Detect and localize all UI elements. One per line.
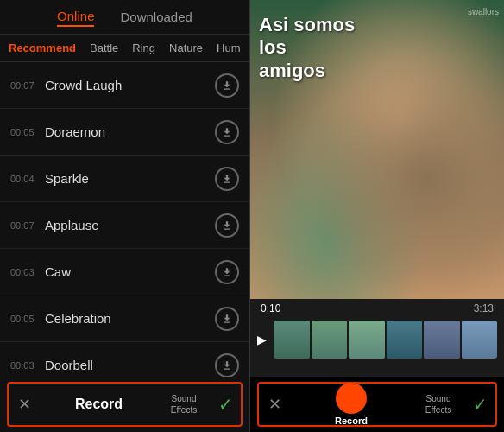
- timeline-thumbnails[interactable]: [274, 321, 497, 359]
- sound-name: Doorbell: [45, 358, 215, 372]
- list-item[interactable]: 00:03 Doorbell: [0, 342, 249, 377]
- download-icon: [221, 266, 233, 278]
- check-button-left[interactable]: ✓: [210, 394, 241, 415]
- download-icon: [221, 173, 233, 185]
- sound-name: Celebration: [45, 311, 215, 326]
- download-icon: [221, 219, 233, 232]
- download-button[interactable]: [215, 73, 239, 98]
- sound-duration: 00:05: [10, 127, 38, 137]
- record-button-right[interactable]: Record: [290, 383, 413, 426]
- timeline-header: 0:10 3:13: [250, 299, 504, 318]
- list-item[interactable]: 00:03 Caw: [0, 249, 249, 295]
- record-label-right: Record: [335, 416, 368, 426]
- sound-name: Caw: [45, 264, 215, 279]
- tabs-container: Online Downloaded: [0, 0, 249, 35]
- thumbnail-3: [349, 321, 385, 359]
- sound-name: Sparkle: [45, 171, 215, 186]
- thumbnail-5: [424, 321, 460, 359]
- thumbnail-1: [274, 321, 310, 359]
- left-panel: Online Downloaded Recommend Battle Ring …: [0, 0, 250, 432]
- sound-effects-button-right[interactable]: Sound Effects: [413, 393, 464, 416]
- category-recommend[interactable]: Recommend: [9, 41, 76, 54]
- sound-duration: 00:05: [10, 314, 38, 324]
- sound-effects-right-line2: Effects: [425, 404, 451, 416]
- download-button[interactable]: [215, 120, 239, 144]
- video-watermark: swallors: [468, 7, 499, 16]
- category-bar: Recommend Battle Ring Nature Hum: [0, 35, 249, 62]
- record-button-left[interactable]: Record: [40, 397, 158, 412]
- video-overlay-text: Asi somoslosamigos: [259, 14, 355, 82]
- category-battle[interactable]: Battle: [90, 41, 118, 54]
- sound-effects-line1: Sound: [172, 393, 197, 404]
- thumbnail-2: [312, 321, 348, 359]
- thumbnail-6: [462, 321, 498, 359]
- close-button-left[interactable]: ✕: [9, 395, 40, 414]
- list-item[interactable]: 00:07 Applause: [0, 202, 249, 249]
- record-circle: [336, 383, 367, 414]
- current-time: 0:10: [261, 302, 280, 314]
- download-button[interactable]: [215, 167, 239, 191]
- download-button[interactable]: [215, 307, 239, 331]
- sound-duration: 00:03: [10, 360, 38, 371]
- sound-name: Applause: [45, 218, 215, 232]
- close-button-right[interactable]: ✕: [259, 395, 290, 414]
- sound-name: Doraemon: [45, 124, 215, 139]
- category-nature[interactable]: Nature: [169, 41, 203, 54]
- sound-duration: 00:03: [10, 267, 38, 277]
- check-button-right[interactable]: ✓: [464, 394, 495, 415]
- list-item[interactable]: 00:07 Crowd Laugh: [0, 62, 249, 109]
- tab-downloaded[interactable]: Downloaded: [120, 10, 192, 26]
- timeline-area: 0:10 3:13 ▶: [250, 299, 504, 377]
- right-panel: Asi somoslosamigos swallors 0:10 3:13 ▶ …: [250, 0, 504, 432]
- sound-list: 00:07 Crowd Laugh 00:05 Doraemon 00:04 S…: [0, 62, 249, 377]
- download-icon: [221, 313, 233, 325]
- sound-duration: 00:07: [10, 220, 38, 231]
- sound-duration: 00:04: [10, 174, 38, 184]
- sound-duration: 00:07: [10, 80, 38, 91]
- bottom-bar-right: ✕ Record Sound Effects ✓: [257, 382, 497, 427]
- sound-name: Crowd Laugh: [45, 78, 215, 92]
- play-button[interactable]: ▶: [257, 333, 267, 346]
- list-item[interactable]: 00:05 Doraemon: [0, 109, 249, 156]
- download-icon: [221, 126, 233, 138]
- download-icon: [221, 79, 233, 92]
- sound-effects-line2: Effects: [171, 404, 197, 416]
- list-item[interactable]: 00:05 Celebration: [0, 295, 249, 342]
- thumbnail-4: [387, 321, 423, 359]
- tab-online[interactable]: Online: [57, 9, 94, 27]
- total-time: 3:13: [474, 302, 494, 314]
- video-area: Asi somoslosamigos swallors: [250, 0, 504, 299]
- download-button[interactable]: [215, 353, 239, 378]
- download-button[interactable]: [215, 213, 239, 238]
- download-icon: [221, 359, 233, 372]
- sound-effects-button-left[interactable]: Sound Effects: [158, 393, 210, 416]
- category-ring[interactable]: Ring: [132, 41, 155, 54]
- list-item[interactable]: 00:04 Sparkle: [0, 156, 249, 202]
- category-hum[interactable]: Hum: [217, 41, 240, 54]
- sound-effects-right-line1: Sound: [426, 393, 451, 404]
- bottom-bar-left: ✕ Record Sound Effects ✓: [7, 382, 243, 427]
- download-button[interactable]: [215, 260, 239, 284]
- timeline-strip: ▶: [250, 318, 504, 361]
